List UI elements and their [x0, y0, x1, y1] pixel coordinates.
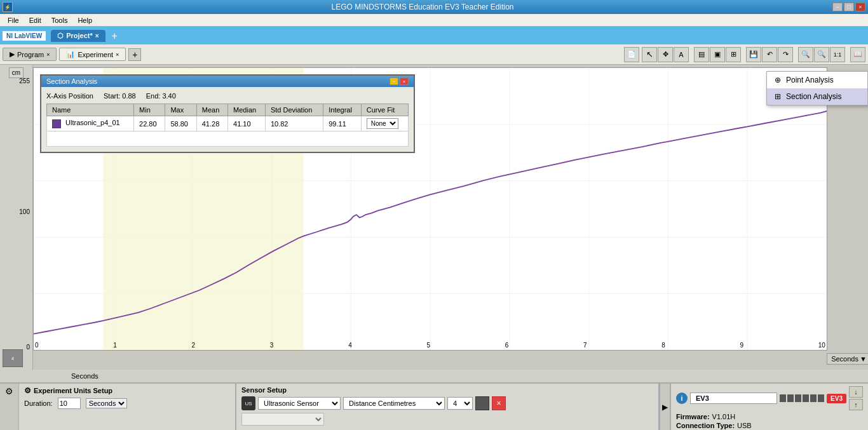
toolbar-group-save: 💾 ↶ ↷	[746, 47, 793, 62]
undo-btn[interactable]: ↶	[762, 47, 777, 62]
dropdown-arrow[interactable]: ▼	[860, 355, 867, 363]
row-curvefit[interactable]: None	[361, 116, 408, 131]
ev3-badge: EV3	[827, 394, 846, 403]
connection-label: Connection Type:	[676, 422, 735, 429]
x-tick-7: 7	[583, 342, 587, 349]
measurement-select[interactable]: Distance Centimetres	[343, 397, 445, 410]
section-analysis-item[interactable]: ⊞ Section Analysis	[767, 88, 867, 105]
ev3-name-box[interactable]: EV3	[690, 393, 777, 404]
table-row-empty	[47, 131, 409, 147]
experiment-setup-title: ⚙ Experiment Units Setup	[24, 386, 230, 395]
graph-canvas[interactable]: 0 1 2 3 4 5 6 7 8 9 10 Section Analysis …	[33, 67, 827, 351]
color-swatch	[52, 119, 61, 128]
ev3-download-btn[interactable]: ↓	[849, 386, 863, 398]
restore-button[interactable]: □	[844, 3, 854, 11]
redo-btn[interactable]: ↷	[778, 47, 793, 62]
y-unit-box: cm	[9, 67, 24, 78]
menu-tools[interactable]: Tools	[46, 17, 73, 24]
col-min: Min	[134, 104, 165, 116]
col-median: Median	[228, 104, 266, 116]
menu-file[interactable]: File	[3, 17, 24, 24]
x-tick-1: 1	[113, 342, 117, 349]
duration-unit-select[interactable]: Seconds	[86, 398, 127, 408]
firmware-row: Firmware: V1.01H	[676, 413, 863, 420]
sensor-setup-title: Sensor Setup	[241, 386, 653, 394]
sensor-row-2	[241, 413, 653, 426]
bat-cell-5	[810, 394, 817, 402]
dialog-content: X-Axis Position Start: 0.88 End: 3.40 Na…	[41, 87, 414, 152]
firmware-value: V1.01H	[712, 413, 736, 420]
tab-experiment[interactable]: 📊 Experiment ×	[59, 48, 126, 61]
zoom-1-1-btn[interactable]: 1:1	[830, 47, 845, 62]
project-tab-close[interactable]: ×	[95, 32, 99, 39]
tool-btn-1[interactable]: ↖	[642, 47, 657, 62]
window-title: LEGO MINDSTORMS Education EV3 Teacher Ed…	[13, 3, 832, 11]
x-axis-ticks: 0 1 2 3 4 5 6 7 8 9 10	[34, 342, 827, 349]
zoom-out-btn[interactable]: 🔍	[814, 47, 829, 62]
x-tick-5: 5	[426, 342, 430, 349]
close-button[interactable]: ×	[855, 3, 865, 11]
minimize-button[interactable]: −	[832, 3, 843, 11]
help-btn[interactable]: 📖	[850, 47, 865, 62]
sensor-setup-content: US Ultrasonic Sensor Distance Centimetre…	[241, 396, 653, 410]
zoom-in-btn[interactable]: 🔍	[798, 47, 813, 62]
remove-sensor-btn[interactable]: ×	[492, 396, 506, 410]
toolbar-group-file: 📄	[624, 47, 639, 62]
dialog-title-text: Section Analysis	[46, 77, 97, 85]
right-panel: ⊕ Point Analysis ⊞ Section Analysis Seco…	[830, 65, 868, 370]
menu-edit[interactable]: Edit	[24, 17, 46, 24]
end-value: End: 3.40	[146, 92, 176, 100]
ev3-upload-btn[interactable]: ↑	[849, 399, 863, 410]
port-color-btn[interactable]	[475, 396, 489, 410]
left-sidebar: ⚙	[0, 384, 19, 430]
scroll-right-btn[interactable]: ▶	[660, 384, 671, 430]
sensor-type-select[interactable]: Ultrasonic Sensor	[258, 397, 341, 410]
duration-value-input[interactable]	[58, 398, 81, 409]
y-tick-0: 0	[26, 344, 30, 351]
layout-btn-2[interactable]: ▣	[710, 47, 725, 62]
section-analysis-icon: ⊞	[775, 92, 781, 101]
point-analysis-label: Point Analysis	[786, 76, 834, 84]
win-controls: − □ ×	[832, 3, 865, 11]
layout-btn-1[interactable]: ▤	[694, 47, 709, 62]
project-tab[interactable]: ⬡ Project* ×	[51, 30, 105, 42]
tab-program[interactable]: ▶ Program ×	[3, 48, 57, 61]
row-mean: 41.28	[196, 116, 227, 131]
settings-icon-left[interactable]: ⚙	[5, 386, 13, 396]
table-row: Ultrasonic_p4_01 22.80 58.80 41.28 41.10…	[47, 116, 409, 131]
port-select[interactable]: 4	[447, 397, 473, 410]
curve-fit-select[interactable]: None	[367, 118, 398, 129]
row-min: 22.80	[134, 116, 165, 131]
menu-bar: File Edit Tools Help	[0, 14, 868, 27]
save-btn[interactable]: 💾	[746, 47, 761, 62]
experiment-setup-content: Duration: Seconds	[24, 398, 230, 409]
duration-label: Duration:	[24, 400, 53, 407]
col-curvefit: Curve Fit	[361, 104, 408, 116]
menu-help[interactable]: Help	[72, 17, 97, 24]
program-close[interactable]: ×	[46, 51, 50, 58]
labview-logo: NI LabVIEW	[3, 31, 46, 41]
x-tick-8: 8	[661, 342, 665, 349]
dialog-title-bar[interactable]: Section Analysis − ×	[41, 76, 414, 87]
sensor2-select[interactable]	[241, 413, 324, 426]
col-max: Max	[165, 104, 196, 116]
add-project-tab[interactable]: +	[108, 30, 121, 42]
tool-btn-3[interactable]: A	[674, 47, 689, 62]
col-mean: Mean	[196, 104, 227, 116]
new-file-btn[interactable]: 📄	[624, 47, 639, 62]
bat-cell-4	[803, 394, 809, 402]
dialog-close[interactable]: ×	[400, 77, 409, 85]
connection-row: Connection Type: USB	[676, 422, 863, 429]
section-analysis-dialog: Section Analysis − × X-Axis Position Sta…	[40, 74, 415, 153]
layout-btn-3[interactable]: ⊞	[726, 47, 741, 62]
tool-btn-2[interactable]: ✥	[658, 47, 673, 62]
point-analysis-item[interactable]: ⊕ Point Analysis	[767, 72, 867, 88]
y-tick-255: 255	[19, 77, 30, 84]
dialog-minimize[interactable]: −	[390, 77, 398, 85]
section-analysis-label: Section Analysis	[786, 92, 841, 101]
add-tab-btn[interactable]: +	[128, 48, 141, 61]
experiment-close[interactable]: ×	[116, 51, 119, 58]
y-tick-100: 100	[19, 208, 30, 215]
connection-value: USB	[737, 422, 752, 429]
x-tick-4: 4	[348, 342, 352, 349]
